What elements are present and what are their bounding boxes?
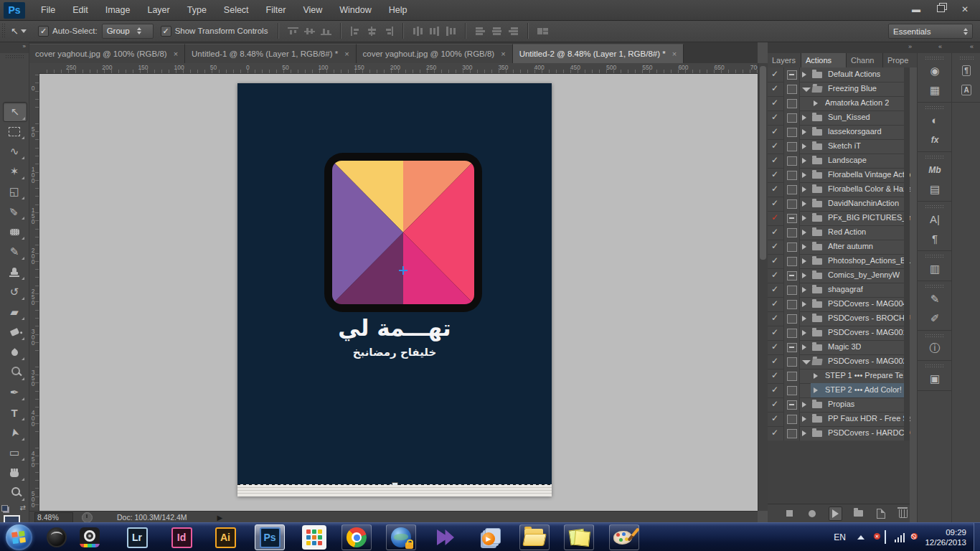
- group-grip[interactable]: [959, 56, 974, 60]
- expand-arrow-icon[interactable]: [802, 360, 811, 364]
- action-set-row[interactable]: ✓PSDCovers - MAG001: [768, 326, 910, 341]
- delete-action-button[interactable]: [897, 507, 910, 520]
- toggle-item-check[interactable]: ✓: [771, 284, 778, 294]
- adjustments-panel-icon[interactable]: ◐: [918, 110, 952, 130]
- rectangular-marquee-tool[interactable]: [3, 122, 26, 141]
- clone-stamp-tool[interactable]: [3, 263, 26, 281]
- clone-source-panel-icon[interactable]: ▣: [918, 369, 952, 388]
- ruler-origin-corner[interactable]: [29, 63, 39, 74]
- align-bottom-edges-icon[interactable]: [321, 27, 331, 36]
- menu-select[interactable]: Select: [215, 1, 258, 20]
- distribute-bottom-edges-icon[interactable]: [446, 27, 456, 36]
- menu-help[interactable]: Help: [380, 1, 416, 20]
- toggle-dialog-icon[interactable]: [787, 185, 797, 194]
- group-grip[interactable]: [925, 254, 945, 258]
- group-grip[interactable]: [925, 56, 945, 60]
- layer-comps-panel-icon[interactable]: ▥: [918, 259, 952, 278]
- toggle-item-check[interactable]: ✓: [771, 428, 778, 438]
- toggle-dialog-icon[interactable]: [787, 372, 797, 381]
- toggle-dialog-icon[interactable]: [787, 415, 797, 424]
- character-panel-icon[interactable]: A|: [918, 209, 952, 229]
- zoom-level-field[interactable]: 8.48%: [34, 512, 73, 523]
- toggle-dialog-icon[interactable]: [787, 386, 797, 395]
- show-hidden-icons-button[interactable]: [857, 535, 864, 540]
- document-tab-1[interactable]: cover yaghout.jpg @ 100% (RGB/8)×: [29, 44, 185, 63]
- expand-arrow-icon[interactable]: [802, 72, 806, 77]
- toggle-item-check[interactable]: ✓: [771, 413, 778, 423]
- toggle-item-check[interactable]: ✓: [771, 298, 778, 309]
- clock[interactable]: 09:29 12/26/2013: [925, 527, 966, 547]
- status-options-arrow[interactable]: ▶: [217, 514, 222, 522]
- action-set-row[interactable]: ✓Red Action: [768, 225, 910, 240]
- align-right-edges-icon[interactable]: [383, 27, 394, 36]
- close-tab-icon[interactable]: ×: [344, 50, 349, 58]
- canvas-viewport[interactable]: تهـــمة لي خليفاح رمضانبخ: [39, 73, 758, 511]
- toggle-dialog-icon[interactable]: [787, 300, 797, 309]
- expand-arrow-icon[interactable]: [802, 187, 806, 192]
- action-row[interactable]: ✓STEP 1 ••• Prepare Te...: [768, 369, 910, 384]
- color-panel-icon[interactable]: ◉: [918, 61, 952, 80]
- close-button[interactable]: ✕: [953, 4, 977, 14]
- dodge-tool[interactable]: [3, 363, 26, 382]
- eyedropper-tool[interactable]: ✐: [3, 202, 26, 221]
- kmplayer-taskbar-button[interactable]: [430, 524, 461, 550]
- eraser-tool[interactable]: ▰: [3, 303, 26, 321]
- auto-select-checkbox[interactable]: ✓: [38, 26, 49, 37]
- close-tab-icon[interactable]: ×: [672, 50, 677, 58]
- toggle-dialog-icon[interactable]: [787, 329, 797, 338]
- toggle-item-check[interactable]: ✓: [771, 241, 778, 251]
- expand-arrow-icon[interactable]: [802, 143, 806, 149]
- toggle-item-check[interactable]: ✓: [771, 83, 778, 93]
- document-tab-2[interactable]: Untitled-1 @ 8.48% (Layer 1, RGB/8#) *×: [185, 44, 357, 63]
- blur-tool[interactable]: [3, 343, 26, 362]
- toggle-dialog-icon[interactable]: [787, 429, 797, 438]
- expand-arrow-icon[interactable]: [802, 244, 806, 250]
- default-colors-icon[interactable]: [3, 507, 9, 513]
- expand-arrow-icon[interactable]: [802, 88, 811, 92]
- network-places-icon[interactable]: [885, 531, 886, 544]
- expand-column-b-icon[interactable]: «: [970, 43, 974, 50]
- group-grip[interactable]: [925, 155, 945, 159]
- pinned-app-dark-circle-taskbar-button[interactable]: [42, 524, 72, 550]
- action-set-row[interactable]: ✓Sun_Kissed: [768, 110, 910, 126]
- action-set-row[interactable]: ✓Sketch iT: [768, 139, 910, 154]
- swap-colors-icon[interactable]: ⇄: [20, 504, 26, 512]
- toggle-item-check[interactable]: ✓: [771, 255, 778, 265]
- menu-image[interactable]: Image: [97, 1, 139, 20]
- history-brush-tool[interactable]: ↺: [3, 283, 26, 301]
- toggle-dialog-icon[interactable]: [787, 242, 797, 252]
- toggle-item-check[interactable]: ✓: [771, 184, 778, 194]
- stop-playing-recording-button[interactable]: [783, 507, 796, 520]
- spot-healing-brush-tool[interactable]: [3, 222, 26, 241]
- toggle-dialog-icon[interactable]: [787, 400, 797, 410]
- action-set-row[interactable]: ✓Florabella Vintage Actio...: [768, 168, 910, 183]
- toggle-dialog-icon[interactable]: [787, 228, 797, 237]
- menu-file[interactable]: File: [32, 1, 64, 20]
- toggle-dialog-icon[interactable]: [787, 128, 797, 137]
- toggle-item-check[interactable]: ✓: [771, 141, 778, 151]
- expand-arrow-icon[interactable]: [802, 230, 806, 235]
- pinned-app-camera-taskbar-button[interactable]: [75, 524, 105, 550]
- toggle-item-check[interactable]: ✓: [771, 342, 778, 352]
- brush-presets-panel-icon[interactable]: ✐: [918, 309, 952, 328]
- begin-recording-button[interactable]: [806, 507, 818, 520]
- rectangle-tool[interactable]: ▭: [3, 443, 26, 462]
- document-tab-4[interactable]: Untitled-2 @ 8.48% (Layer 1, RGB/8#) *×: [513, 44, 684, 63]
- lasso-tool[interactable]: ∿: [3, 142, 26, 161]
- expand-arrow-icon[interactable]: [802, 258, 806, 264]
- toggle-dialog-icon[interactable]: [787, 142, 797, 151]
- action-set-row[interactable]: ✓Comics_by_JennyW: [768, 268, 910, 283]
- action-set-row[interactable]: ✓Photoshop_Actions_By...: [768, 254, 910, 269]
- toggle-dialog-icon[interactable]: [787, 85, 797, 94]
- google-chrome-taskbar-button[interactable]: [341, 524, 372, 550]
- adobe-illustrator-taskbar-button[interactable]: Ai: [210, 524, 240, 550]
- paragraph-styles-panel-icon[interactable]: ¶: [952, 61, 980, 80]
- auto-align-layers-icon[interactable]: [537, 27, 548, 36]
- create-new-action-button[interactable]: [875, 507, 887, 520]
- mini-bridge-panel-icon[interactable]: Mb: [918, 160, 952, 179]
- toggle-dialog-icon[interactable]: [787, 214, 797, 223]
- menu-layer[interactable]: Layer: [138, 1, 178, 20]
- toggle-item-check[interactable]: ✓: [771, 370, 778, 380]
- current-tool-indicator[interactable]: ↖: [6, 26, 31, 37]
- swatches-panel-icon[interactable]: ▦: [918, 80, 952, 100]
